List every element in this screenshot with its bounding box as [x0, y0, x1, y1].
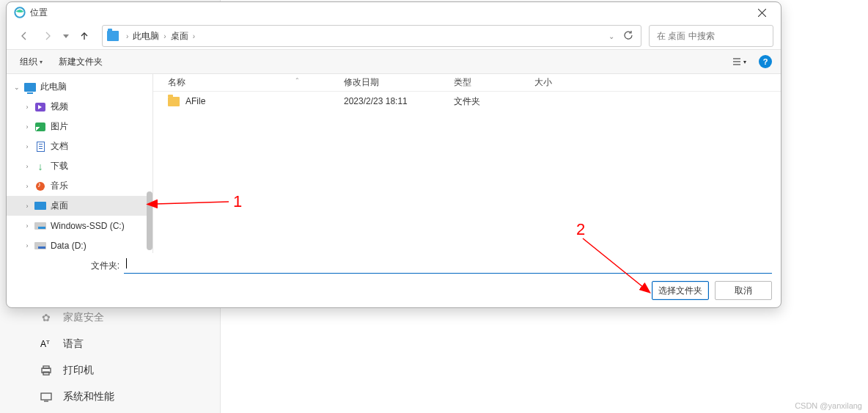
tree-label: 图片 — [51, 120, 68, 133]
col-size[interactable]: 大小 — [534, 76, 593, 89]
downloads-icon: ↓ — [34, 161, 46, 172]
new-folder-label: 新建文件夹 — [59, 56, 103, 68]
chevron-right-icon: › — [190, 32, 198, 40]
select-folder-button[interactable]: 选择文件夹 — [652, 281, 709, 300]
cancel-button[interactable]: 取消 — [715, 281, 772, 300]
search-input[interactable] — [655, 30, 768, 42]
documents-icon — [34, 142, 46, 152]
settings-item-printers[interactable]: 打印机 — [22, 357, 213, 384]
col-type[interactable]: 类型 — [454, 76, 534, 89]
chevron-right-icon: › — [123, 32, 131, 40]
svg-marker-9 — [63, 34, 69, 38]
organize-label: 组织 — [20, 56, 37, 68]
dialog-body: ⌄ 此电脑 › 视频 › 图片 › 文档 — [7, 74, 781, 253]
recent-dropdown[interactable] — [61, 26, 71, 46]
folder-field-label: 文件夹: — [15, 260, 124, 272]
tree-downloads[interactable]: › ↓ 下载 — [7, 156, 152, 176]
svg-rect-4 — [41, 393, 51, 400]
tree-drive-d[interactable]: › Data (D:) — [7, 235, 152, 253]
tree-label: Data (D:) — [51, 241, 87, 251]
expand-icon[interactable]: › — [23, 123, 32, 131]
row-name: AFile — [185, 96, 344, 106]
tree-documents[interactable]: › 文档 — [7, 136, 152, 156]
tree-pictures[interactable]: › 图片 — [7, 117, 152, 136]
tree-label: 视频 — [51, 100, 68, 113]
pictures-icon — [34, 122, 46, 132]
dialog-title: 位置 — [30, 7, 48, 19]
tree-scrollbar[interactable] — [147, 191, 152, 250]
settings-item-label: 语言 — [63, 337, 84, 351]
tree-this-pc[interactable]: ⌄ 此电脑 — [7, 77, 152, 97]
dialog-footer: 文件夹: 选择文件夹 取消 — [7, 253, 781, 307]
drive-icon — [34, 221, 46, 231]
up-button[interactable] — [74, 26, 95, 46]
settings-item-reset[interactable]: 重置设置 — [22, 410, 213, 413]
collapse-icon[interactable]: ⌄ — [12, 84, 21, 91]
settings-sidebar: ✿ 家庭安全 Aᵀ 语言 打印机 系统和性能 重置设置 — [22, 308, 213, 413]
toolbar: 组织 ▾ 新建文件夹 ▾ ? — [7, 49, 781, 74]
tree-label: 文档 — [51, 140, 68, 153]
expand-icon[interactable]: › — [23, 163, 32, 170]
organize-menu[interactable]: 组织 ▾ — [15, 53, 47, 71]
back-button[interactable] — [14, 26, 34, 46]
expand-icon[interactable]: › — [23, 143, 32, 150]
address-bar[interactable]: › 此电脑 › 桌面 › ⌄ — [102, 25, 641, 47]
list-empty-area[interactable] — [153, 111, 781, 253]
settings-item-label: 系统和性能 — [63, 390, 114, 403]
expand-icon[interactable]: › — [23, 103, 32, 111]
list-item[interactable]: AFile 2023/2/23 18:11 文件夹 — [153, 92, 781, 111]
file-list: 名称⌃ 修改日期 类型 大小 AFile 2023/2/23 18:11 文件夹 — [153, 74, 781, 253]
col-name[interactable]: 名称⌃ — [168, 76, 344, 89]
settings-item-label: 打印机 — [63, 364, 94, 377]
folder-picker-dialog: 位置 › 此电脑 › 桌面 › ⌄ — [6, 1, 781, 308]
expand-icon[interactable]: › — [23, 242, 32, 249]
titlebar: 位置 — [7, 2, 781, 23]
chevron-right-icon: › — [161, 32, 169, 40]
drive-icon — [34, 241, 46, 251]
breadcrumb-seg[interactable]: 此电脑 — [131, 30, 161, 43]
tree-label: Windows-SSD (C:) — [51, 221, 125, 231]
settings-item-family[interactable]: ✿ 家庭安全 — [22, 304, 213, 331]
chevron-down-icon: ▾ — [40, 59, 43, 65]
address-dropdown-icon[interactable]: ⌄ — [603, 32, 620, 40]
tree-drive-c[interactable]: › Windows-SSD (C:) — [7, 216, 152, 235]
nav-tree: ⌄ 此电脑 › 视频 › 图片 › 文档 — [7, 74, 153, 253]
family-icon: ✿ — [40, 311, 53, 324]
expand-icon[interactable]: › — [23, 183, 32, 190]
expand-icon[interactable]: › — [23, 202, 32, 210]
svg-rect-3 — [43, 372, 49, 375]
music-icon — [34, 181, 46, 191]
folder-name-input[interactable] — [124, 257, 772, 274]
refresh-button[interactable] — [620, 30, 636, 43]
nav-row: › 此电脑 › 桌面 › ⌄ — [7, 23, 781, 49]
svg-point-6 — [15, 7, 24, 17]
tree-desktop[interactable]: › 桌面 — [7, 196, 152, 216]
pc-icon — [24, 82, 36, 92]
desktop-icon — [34, 201, 46, 211]
new-folder-button[interactable]: 新建文件夹 — [54, 53, 107, 71]
folder-icon — [168, 97, 180, 106]
tree-videos[interactable]: › 视频 — [7, 97, 152, 117]
settings-item-label: 家庭安全 — [63, 311, 104, 324]
expand-icon[interactable]: › — [23, 222, 32, 230]
tree-label: 此电脑 — [40, 81, 67, 93]
help-button[interactable]: ? — [759, 55, 772, 68]
svg-text:Aᵀ: Aᵀ — [40, 339, 50, 349]
tree-label: 音乐 — [51, 180, 68, 192]
watermark: CSDN @yanxilang — [795, 401, 862, 410]
tree-music[interactable]: › 音乐 — [7, 176, 152, 196]
forward-button[interactable] — [37, 26, 58, 46]
sort-indicator-icon: ⌃ — [295, 77, 300, 84]
settings-item-system[interactable]: 系统和性能 — [22, 384, 213, 410]
search-box[interactable] — [649, 25, 773, 47]
list-header: 名称⌃ 修改日期 类型 大小 — [153, 74, 781, 92]
view-options-button[interactable]: ▾ — [728, 54, 750, 69]
svg-rect-2 — [43, 366, 49, 368]
col-date[interactable]: 修改日期 — [344, 76, 454, 89]
close-button[interactable] — [747, 2, 776, 23]
system-icon — [40, 390, 53, 403]
tree-label: 下载 — [51, 160, 68, 172]
location-icon — [107, 31, 119, 41]
breadcrumb-seg[interactable]: 桌面 — [169, 30, 190, 43]
settings-item-language[interactable]: Aᵀ 语言 — [22, 331, 213, 357]
